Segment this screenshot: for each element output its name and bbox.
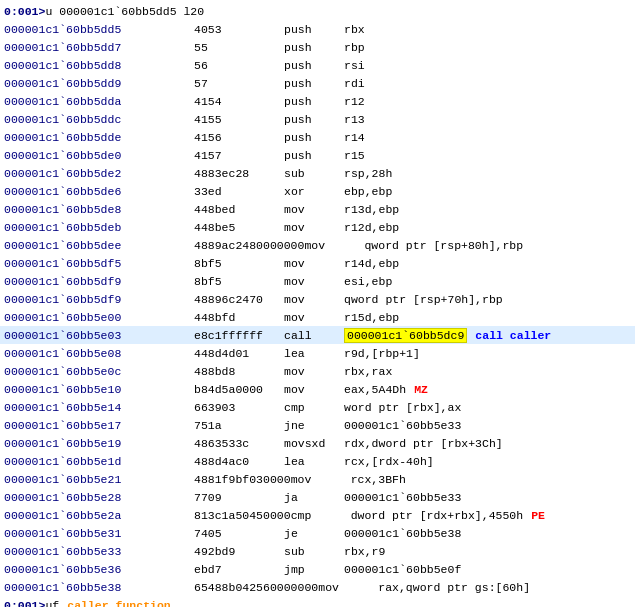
asm-mnem: je (284, 527, 344, 540)
asm-mnem: lea (284, 347, 344, 360)
asm-operand: r15 (344, 149, 365, 162)
asm-line: 000001c1`60bb5df98bf5movesi,ebp (0, 272, 635, 290)
asm-line: 000001c1`60bb5e10b84d5a0000moveax,5A4DhM… (0, 380, 635, 398)
asm-bytes: 4863533c (194, 437, 284, 450)
lines-container: 000001c1`60bb5dd54053pushrbx000001c1`60b… (0, 20, 635, 596)
asm-addr: 000001c1`60bb5e33 (4, 545, 194, 558)
asm-mnem: mov (284, 311, 344, 324)
asm-operand: rbx,rax (344, 365, 392, 378)
asm-addr: 000001c1`60bb5de2 (4, 167, 194, 180)
asm-operand: rsp,28h (344, 167, 392, 180)
asm-addr: 000001c1`60bb5e08 (4, 347, 194, 360)
prompt-prefix-1: 0:001> (4, 5, 45, 18)
asm-operand: r9d,[rbp+1] (344, 347, 420, 360)
asm-mnem: mov (284, 293, 344, 306)
asm-line: 000001c1`60bb5de24883ec28subrsp,28h (0, 164, 635, 182)
asm-addr: 000001c1`60bb5e0c (4, 365, 194, 378)
asm-addr: 000001c1`60bb5e36 (4, 563, 194, 576)
asm-line: 000001c1`60bb5e214881f9bf030000movrcx,3B… (0, 470, 635, 488)
asm-operand: word ptr [rbx],ax (344, 401, 461, 414)
asm-line: 000001c1`60bb5dd54053pushrbx (0, 20, 635, 38)
asm-bytes: 663903 (194, 401, 284, 414)
asm-mnem: mov (284, 383, 344, 396)
prompt-prefix-2: 0:001> (4, 599, 45, 608)
asm-addr: 000001c1`60bb5e14 (4, 401, 194, 414)
asm-addr: 000001c1`60bb5e38 (4, 581, 194, 594)
asm-mnem: lea (284, 455, 344, 468)
asm-mnem: push (284, 149, 344, 162)
asm-line: 000001c1`60bb5df948896c2470movqword ptr … (0, 290, 635, 308)
asm-line: 000001c1`60bb5deb448be5movr12d,ebp (0, 218, 635, 236)
asm-operand: r13d,ebp (344, 203, 399, 216)
asm-addr: 000001c1`60bb5e10 (4, 383, 194, 396)
asm-addr: 000001c1`60bb5e21 (4, 473, 194, 486)
asm-bytes: 448d4d01 (194, 347, 284, 360)
asm-mnem: mov (284, 365, 344, 378)
asm-mnem: push (284, 23, 344, 36)
asm-bytes: 48896c2470 (194, 293, 284, 306)
asm-line: 000001c1`60bb5e317405je000001c1`60bb5e38 (0, 524, 635, 542)
asm-bytes: 488d4ac0 (194, 455, 284, 468)
asm-line: 000001c1`60bb5dde4156pushr14 (0, 128, 635, 146)
asm-operand: rdx,dword ptr [rbx+3Ch] (344, 437, 503, 450)
disasm-container: 0:001> u 000001c1`60bb5dd5 l20 000001c1`… (0, 0, 635, 607)
asm-operand: rax,qword ptr gs:[60h] (378, 581, 530, 594)
asm-line: 000001c1`60bb5e194863533cmovsxdrdx,dword… (0, 434, 635, 452)
asm-operand: r12 (344, 95, 365, 108)
asm-operand: r14 (344, 131, 365, 144)
asm-bytes: 7405 (194, 527, 284, 540)
asm-bytes: 4157 (194, 149, 284, 162)
asm-comment: call caller (475, 329, 551, 342)
asm-bytes: 813c1a50450000 (194, 509, 291, 522)
asm-line: 000001c1`60bb5e3865488b042560000000movra… (0, 578, 635, 596)
asm-operand: r12d,ebp (344, 221, 399, 234)
second-prompt-line: 0:001> uf caller function (0, 596, 635, 607)
asm-bytes: b84d5a0000 (194, 383, 284, 396)
asm-operand: rbx,r9 (344, 545, 385, 558)
asm-bytes: 33ed (194, 185, 284, 198)
asm-operand: 000001c1`60bb5e33 (344, 419, 461, 432)
asm-line: 000001c1`60bb5e08448d4d01lear9d,[rbp+1] (0, 344, 635, 362)
asm-bytes: 8bf5 (194, 275, 284, 288)
asm-line: 000001c1`60bb5ddc4155pushr13 (0, 110, 635, 128)
asm-addr: 000001c1`60bb5e19 (4, 437, 194, 450)
asm-operand: r13 (344, 113, 365, 126)
asm-mnem: mov (284, 221, 344, 234)
asm-mnem: xor (284, 185, 344, 198)
asm-bytes: 4883ec28 (194, 167, 284, 180)
asm-bytes: 55 (194, 41, 284, 54)
asm-comment: MZ (414, 383, 428, 396)
asm-operand: rsi (344, 59, 365, 72)
asm-mnem: mov (284, 275, 344, 288)
asm-line: 000001c1`60bb5e2a813c1a50450000cmpdword … (0, 506, 635, 524)
asm-bytes: ebd7 (194, 563, 284, 576)
asm-addr: 000001c1`60bb5dd8 (4, 59, 194, 72)
asm-addr: 000001c1`60bb5dd9 (4, 77, 194, 90)
asm-addr: 000001c1`60bb5e31 (4, 527, 194, 540)
asm-line: 000001c1`60bb5df58bf5movr14d,ebp (0, 254, 635, 272)
asm-line: 000001c1`60bb5e36ebd7jmp000001c1`60bb5e0… (0, 560, 635, 578)
asm-addr: 000001c1`60bb5deb (4, 221, 194, 234)
asm-line: 000001c1`60bb5dd856pushrsi (0, 56, 635, 74)
asm-mnem: jmp (284, 563, 344, 576)
asm-addr: 000001c1`60bb5de0 (4, 149, 194, 162)
asm-bytes: 4053 (194, 23, 284, 36)
asm-mnem: mov (291, 473, 351, 486)
asm-bytes: 4889ac2480000000 (194, 239, 304, 252)
asm-bytes: 751a (194, 419, 284, 432)
asm-mnem: jne (284, 419, 344, 432)
asm-mnem: push (284, 59, 344, 72)
asm-bytes: 4881f9bf030000 (194, 473, 291, 486)
asm-bytes: 4156 (194, 131, 284, 144)
asm-line: 000001c1`60bb5e1d488d4ac0learcx,[rdx-40h… (0, 452, 635, 470)
asm-line: 000001c1`60bb5e33492bd9subrbx,r9 (0, 542, 635, 560)
asm-addr: 000001c1`60bb5dd7 (4, 41, 194, 54)
asm-operand: qword ptr [rsp+70h],rbp (344, 293, 503, 306)
asm-addr: 000001c1`60bb5df9 (4, 275, 194, 288)
asm-bytes: 4154 (194, 95, 284, 108)
asm-mnem: call (284, 329, 344, 342)
asm-operand: rbx (344, 23, 365, 36)
asm-mnem: push (284, 77, 344, 90)
asm-mnem: push (284, 113, 344, 126)
asm-bytes: 4155 (194, 113, 284, 126)
